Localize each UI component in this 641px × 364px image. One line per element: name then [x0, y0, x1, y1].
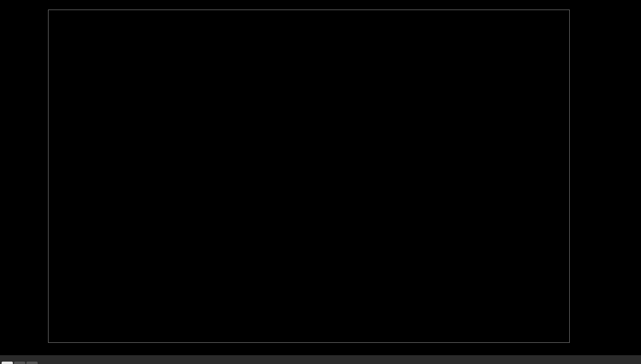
drawing-canvas[interactable]: [0, 0, 641, 348]
cad-svg: [0, 0, 641, 348]
tab-layout2[interactable]: [26, 362, 38, 364]
tab-layout1[interactable]: [14, 362, 25, 364]
tab-model[interactable]: [2, 362, 13, 364]
tab-bar: [0, 355, 641, 364]
